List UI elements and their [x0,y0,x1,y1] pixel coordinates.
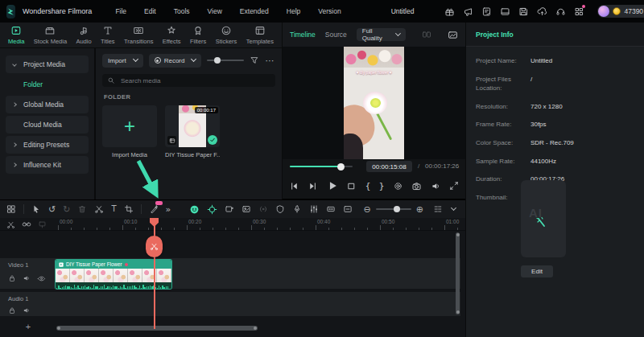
playhead-line[interactable] [154,218,155,329]
audio-track-row[interactable] [0,292,460,316]
playhead-cut-button[interactable] [146,236,163,257]
import-button[interactable]: Import [102,54,143,68]
tab-titles[interactable]: Titles [101,25,115,45]
add-clip-icon[interactable] [225,204,234,214]
import-media-tile[interactable]: + Import Media [102,105,157,158]
search-input[interactable] [119,76,248,85]
ai-assistant-icon[interactable] [189,204,200,215]
tab-templates[interactable]: Templates [246,25,274,45]
mute-track-icon[interactable] [23,274,31,283]
account-pill[interactable]: 47390 [597,5,644,18]
compare-view-icon[interactable] [422,30,431,39]
workspace-icon[interactable] [499,6,510,17]
text-tool-icon[interactable]: T [111,205,116,213]
sidebar-item-editing-presets[interactable]: Editing Presets [6,136,89,154]
menu-help[interactable]: Help [278,4,309,18]
megaphone-icon[interactable] [462,6,473,17]
cloud-upload-icon[interactable] [536,6,547,17]
support-icon[interactable] [555,6,566,17]
quick-split-icon[interactable] [6,220,15,229]
mute-track-icon[interactable] [23,306,31,314]
quality-selector[interactable]: Full Quality [357,28,406,41]
undo-button[interactable]: ↺ [48,205,56,214]
keyframing-tool-icon[interactable] [149,204,159,214]
avatar[interactable] [598,6,609,17]
menu-view[interactable]: View [199,4,231,18]
filter-icon[interactable] [250,55,259,65]
menu-tools[interactable]: Tools [165,4,199,18]
auto-scale-icon[interactable] [343,204,353,214]
tab-effects[interactable]: Effects [163,25,181,45]
lock-track-icon[interactable] [8,274,16,283]
thumbnail-view-icon[interactable] [242,204,251,214]
redo-button[interactable]: ↻ [63,205,70,214]
menu-extended[interactable]: Extended [231,4,278,18]
snapshot-icon[interactable] [411,181,422,191]
volume-icon[interactable] [431,181,441,191]
license-icon[interactable] [481,6,492,17]
tab-media[interactable]: Media [8,25,24,45]
more-options-icon[interactable]: ⋯ [265,56,274,65]
audio-sync-icon[interactable] [258,204,268,214]
add-track-button[interactable]: + [23,321,34,332]
sidebar-item-cloud-media[interactable]: Cloud Media [6,116,89,134]
marker-icon[interactable] [38,220,47,229]
auto-ripple-icon[interactable] [326,204,336,214]
search-box[interactable] [102,74,275,87]
stop-button[interactable] [346,181,357,191]
apps-grid-icon[interactable] [573,6,584,17]
previous-frame-button[interactable] [289,181,299,191]
delete-icon[interactable] [77,204,87,214]
motion-tracking-icon[interactable] [207,204,217,215]
edit-thumbnail-button[interactable]: Edit [521,265,553,277]
zoom-in-icon[interactable]: ⊕ [416,205,423,214]
mark-out-button[interactable]: } [379,181,385,191]
track-height-icon[interactable] [433,204,443,214]
tab-filters[interactable]: Filters [190,25,206,45]
record-button[interactable]: Record [149,54,202,68]
menu-file[interactable]: File [106,4,135,18]
workspace-layout-icon[interactable] [6,204,16,214]
link-clips-icon[interactable] [22,220,31,229]
tab-timeline-preview[interactable]: Timeline [290,31,316,39]
mark-in-button[interactable]: { [365,181,371,191]
sidebar-item-folder[interactable]: Folder [6,76,89,93]
zoom-out-icon[interactable]: ⊖ [364,205,371,214]
mask-icon[interactable] [275,204,285,214]
playback-settings-icon[interactable] [393,181,403,191]
tab-stickers[interactable]: Stickers [216,25,237,45]
save-icon[interactable] [518,6,529,17]
horizontal-scrollbar[interactable] [56,326,258,331]
split-scissors-icon[interactable] [94,204,104,214]
timeline-zoom-slider[interactable] [376,208,411,210]
sidebar-item-global-media[interactable]: Global Media [6,96,89,113]
render-preview-icon[interactable] [448,30,458,40]
seek-slider[interactable] [290,166,353,167]
thumbnail-size-slider[interactable] [207,60,244,61]
menu-version[interactable]: Version [309,4,349,18]
tab-audio[interactable]: Audio [76,25,91,45]
media-clip-tile[interactable]: 00:00:17 DIY Tissue Paper F... [165,105,220,158]
select-tool-icon[interactable] [31,204,41,214]
play-button[interactable] [327,180,338,191]
tab-source-preview[interactable]: Source [325,31,347,39]
more-tools-expand[interactable]: » [166,205,171,214]
sidebar-item-project-media[interactable]: Project Media [6,55,89,73]
voiceover-mic-icon[interactable] [292,204,302,214]
tab-transitions[interactable]: Transitions [124,25,153,45]
audio-mixer-icon[interactable] [309,204,319,214]
next-frame-button[interactable] [308,181,318,191]
seek-handle[interactable] [337,163,345,171]
vertical-scrollbar[interactable] [456,232,460,314]
timeline-ruler[interactable]: 00:0000:1000:2000:3000:4000:5001:00 [0,218,465,231]
current-timecode[interactable]: 00:00:15:08 [366,161,412,172]
menu-edit[interactable]: Edit [135,4,165,18]
hide-track-icon[interactable] [37,274,46,283]
tab-stock-media[interactable]: Stock Media [34,25,67,45]
lock-track-icon[interactable] [8,306,16,314]
crop-tool-icon[interactable] [124,204,134,214]
gift-icon[interactable] [444,6,455,17]
chevron-down-icon[interactable] [451,205,456,211]
sidebar-item-influence-kit[interactable]: Influence Kit [6,156,89,174]
fullscreen-icon[interactable] [449,181,459,191]
